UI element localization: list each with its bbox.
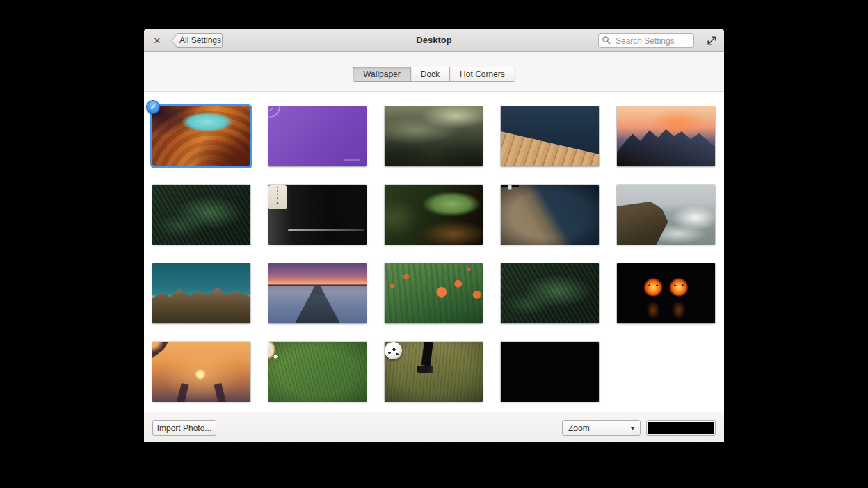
solid-black-art [501, 342, 599, 402]
wallpaper-thumbnail-paper-lantern[interactable] [268, 185, 367, 245]
back-button-label: All Settings [171, 33, 223, 48]
mountain-lake-art [152, 263, 250, 323]
wallpaper-cell [268, 263, 367, 323]
wallpaper-thumbnail-satellite-coast[interactable] [501, 185, 599, 245]
tab-group: Wallpaper Dock Hot Corners [353, 67, 515, 82]
search-icon [602, 35, 611, 45]
wallpaper-cell [268, 185, 367, 245]
wallpaper-thumbnail-jack-o-lanterns[interactable] [617, 263, 715, 323]
wallpaper-grid-area: ✓ [144, 92, 724, 412]
soccer-ball-art [385, 342, 402, 359]
tab-hot-corners[interactable]: Hot Corners [449, 67, 515, 82]
wallpaper-thumbnail-antelope-canyon[interactable] [152, 106, 250, 166]
pier-sunset-art [268, 263, 367, 323]
wallpaper-thumbnail-pier-sunset[interactable] [268, 263, 367, 323]
sunset-peaks-art [617, 106, 715, 166]
background-color-button[interactable] [646, 420, 716, 436]
satellite-coast-art [501, 185, 519, 187]
close-button[interactable]: ✕ [151, 35, 163, 47]
color-swatch-fill [648, 422, 714, 434]
wallpaper-cell [152, 185, 250, 245]
wallpaper-thumbnail-solid-black[interactable] [501, 342, 599, 402]
wallpaper-thumbnail-sunset-peaks[interactable] [617, 106, 715, 166]
wallpaper-cell [617, 185, 715, 245]
wallpaper-thumbnail-elementary-purple[interactable] [268, 106, 367, 166]
paper-lantern-art [268, 185, 287, 209]
wallpaper-thumbnail-mountain-lake[interactable] [152, 263, 250, 323]
wallpaper-cell [152, 342, 250, 402]
wallpaper-grid: ✓ [144, 92, 724, 402]
wallpaper-cell [268, 342, 367, 402]
heart-hands-sunset-art [152, 342, 172, 359]
puppy-grass-art [268, 342, 281, 359]
wallpaper-cell [385, 185, 483, 245]
wallpaper-cell [152, 263, 250, 323]
wallpaper-thumbnail-boardwalk-water[interactable] [501, 106, 599, 166]
coastal-cliff-art [617, 185, 715, 245]
antelope-canyon-art [152, 106, 250, 166]
tab-wallpaper[interactable]: Wallpaper [353, 67, 411, 82]
tab-bar: Wallpaper Dock Hot Corners [144, 52, 724, 92]
expand-icon [706, 35, 718, 47]
wallpaper-cell [617, 106, 715, 166]
wallpaper-cell [385, 106, 483, 166]
wallpaper-thumbnail-heart-hands-sunset[interactable] [152, 342, 250, 402]
close-icon: ✕ [154, 35, 161, 46]
import-photo-button[interactable]: Import Photo... [152, 420, 216, 436]
dark-ferns-art [152, 185, 250, 245]
wallpaper-cell [385, 263, 483, 323]
wallpaper-thumbnail-soccer-ball[interactable] [385, 342, 483, 402]
wallpaper-thumbnail-puppy-grass[interactable] [268, 342, 367, 402]
search-field-wrap [598, 33, 694, 48]
wallpaper-cell [617, 263, 715, 323]
dropdown-arrow-icon: ▾ [631, 425, 634, 432]
dropdown-selected-value: Zoom [568, 423, 590, 433]
wallpaper-cell [501, 106, 599, 166]
tab-dock[interactable]: Dock [410, 67, 450, 82]
wallpaper-thumbnail-coastal-cliff[interactable] [617, 185, 715, 245]
footer-action-bar: Import Photo... Zoom ▾ [144, 412, 724, 442]
orange-tulips-art [385, 263, 483, 323]
search-input[interactable] [598, 33, 694, 48]
wallpaper-cell [268, 106, 367, 166]
desktop-background: ✕ All Settings Desktop [0, 0, 868, 488]
boardwalk-water-art [501, 106, 599, 166]
wallpaper-cell [501, 342, 599, 402]
wallpaper-cell [385, 342, 483, 402]
selected-check-badge: ✓ [146, 100, 160, 114]
expand-window-button[interactable] [706, 35, 718, 47]
wallpaper-style-dropdown[interactable]: Zoom ▾ [562, 420, 641, 436]
wallpaper-cell [501, 263, 599, 323]
conifer-branch-art [385, 185, 483, 245]
jack-o-lanterns-art [617, 263, 715, 323]
misty-forest-art [385, 106, 483, 166]
wallpaper-cell [501, 185, 599, 245]
wallpaper-thumbnail-dark-ferns[interactable] [152, 185, 250, 245]
wallpaper-thumbnail-conifer-branch[interactable] [385, 185, 483, 245]
wallpaper-thumbnail-misty-forest[interactable] [385, 106, 483, 166]
wallpaper-cell: ✓ [152, 106, 250, 166]
settings-window: ✕ All Settings Desktop [144, 29, 724, 442]
dark-ferns-2-art [501, 263, 599, 323]
titlebar: ✕ All Settings Desktop [144, 29, 724, 52]
elementary-purple-art [268, 106, 280, 118]
all-settings-back-button[interactable]: All Settings [171, 33, 223, 48]
wallpaper-thumbnail-dark-ferns-2[interactable] [501, 263, 599, 323]
wallpaper-thumbnail-orange-tulips[interactable] [385, 263, 483, 323]
